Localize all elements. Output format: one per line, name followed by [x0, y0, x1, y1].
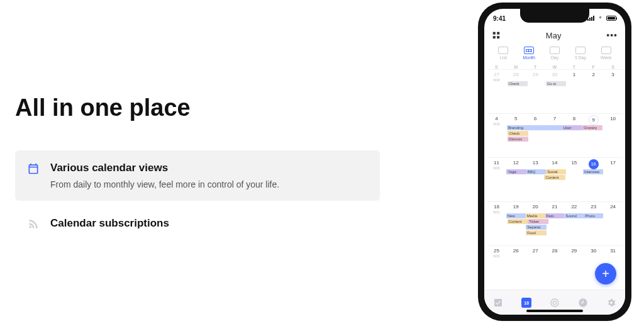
- add-button[interactable]: +: [595, 263, 616, 284]
- day-cell[interactable]: 29: [564, 246, 584, 289]
- event-sound[interactable]: Sound: [564, 213, 584, 218]
- event-new[interactable]: New: [506, 213, 526, 218]
- event-discuss[interactable]: Discuss: [508, 137, 528, 142]
- calendar-icon: [26, 162, 40, 176]
- event-social[interactable]: Social: [546, 169, 565, 174]
- phone-notch: [520, 9, 589, 23]
- tabbar-clock-icon[interactable]: [577, 297, 589, 308]
- tabbar-settings-icon[interactable]: [606, 297, 617, 308]
- feature-title: Calendar subscriptions: [50, 217, 369, 230]
- day-cell[interactable]: 26: [506, 246, 526, 289]
- event-content[interactable]: Content: [544, 175, 565, 180]
- day-cell[interactable]: 2: [584, 70, 603, 113]
- event-media[interactable]: Media: [526, 213, 545, 218]
- event-ticket[interactable]: Ticket: [528, 219, 548, 224]
- grid-icon[interactable]: [492, 31, 501, 40]
- marketing-left-column: All in one place Various calendar views …: [15, 94, 380, 251]
- app-header: May •••: [484, 26, 625, 44]
- week-row: 4W19 5 6 7 8 9 10 Branding User Grocery: [487, 113, 623, 157]
- event-photo[interactable]: Photo: [584, 213, 603, 218]
- event-user[interactable]: User: [562, 125, 582, 130]
- month-title: May: [546, 31, 562, 40]
- tab-list[interactable]: List: [491, 47, 516, 60]
- weekday-row: SMTWTFS: [484, 65, 625, 69]
- tab-day[interactable]: Day: [542, 47, 568, 60]
- tab-week[interactable]: Week: [593, 47, 619, 60]
- tab-3day[interactable]: 3 Day: [567, 47, 593, 60]
- event-branding[interactable]: Branding: [507, 125, 562, 130]
- event-interview[interactable]: Interview: [583, 169, 602, 174]
- feature-calendar-views[interactable]: Various calendar views From daily to mon…: [15, 150, 380, 201]
- event-goto[interactable]: Go to: [546, 81, 567, 86]
- feature-title: Various calendar views: [50, 162, 369, 174]
- week-row: 18W21 19 20 21 22 23 24 New Media Fest. …: [487, 201, 623, 245]
- more-icon[interactable]: •••: [606, 30, 618, 40]
- week-row: 11W20 12 13 14 15 169% 17 Yoga BBQ Socia…: [487, 157, 623, 201]
- event-check[interactable]: Check: [508, 131, 528, 136]
- day-cell[interactable]: 25W22: [487, 246, 506, 289]
- event-separat[interactable]: Separat: [526, 225, 547, 230]
- day-cell[interactable]: 27: [526, 246, 545, 289]
- event-food[interactable]: Food: [526, 230, 547, 235]
- day-cell[interactable]: 1: [564, 70, 584, 113]
- event-check[interactable]: Check: [508, 81, 528, 86]
- event-fest[interactable]: Fest.: [545, 213, 565, 218]
- week-row: 27W18 28 29 30 1 2 3 Check Go to: [487, 69, 623, 113]
- event-bbq[interactable]: BBQ: [526, 169, 546, 174]
- day-cell[interactable]: 3: [603, 70, 623, 113]
- battery-icon: [606, 16, 616, 21]
- tab-month[interactable]: Month: [516, 47, 542, 60]
- tabbar-focus-icon[interactable]: [549, 297, 560, 308]
- wifi-icon: [597, 16, 604, 21]
- phone-mockup: 9:41 May ••• List Month Day 3 Day Week: [478, 3, 631, 321]
- day-cell[interactable]: 28: [506, 70, 526, 113]
- feature-calendar-subscriptions[interactable]: Calendar subscriptions: [15, 206, 380, 246]
- rss-icon: [26, 217, 40, 231]
- status-time: 9:41: [493, 15, 506, 22]
- event-grocery[interactable]: Grocery: [582, 125, 602, 130]
- event-yoga[interactable]: Yoga: [506, 169, 526, 174]
- feature-desc: From daily to monthly view, feel more in…: [50, 179, 369, 189]
- tabbar-calendar-icon[interactable]: 10: [521, 297, 532, 308]
- tabbar-tasks-icon[interactable]: [492, 297, 504, 308]
- view-tabs: List Month Day 3 Day Week: [484, 44, 625, 65]
- home-indicator: [526, 310, 583, 312]
- day-cell[interactable]: 27W18: [487, 70, 506, 113]
- day-cell[interactable]: 29: [526, 70, 545, 113]
- event-content2[interactable]: Content: [508, 219, 528, 224]
- page-headline: All in one place: [15, 94, 380, 121]
- day-cell[interactable]: 30: [545, 70, 565, 113]
- day-cell[interactable]: 28: [545, 246, 565, 289]
- calendar-grid: 27W18 28 29 30 1 2 3 Check Go to: [484, 69, 625, 289]
